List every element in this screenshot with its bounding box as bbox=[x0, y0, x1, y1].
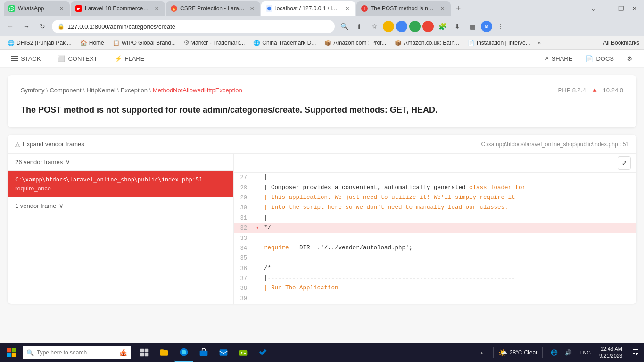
share-address-icon[interactable]: ⬆ bbox=[353, 20, 366, 33]
language-button[interactable]: ENG bbox=[578, 350, 593, 355]
flare-icon: ⚡ bbox=[115, 55, 122, 62]
address-icons: 🔍 ⬆ ☆ 🧩 ⬇ ▦ M ⋮ bbox=[338, 20, 507, 33]
clock-date: 9/21/2023 bbox=[599, 353, 622, 360]
expand-vendor-label: Expand vendor frames bbox=[23, 140, 84, 148]
refresh-button[interactable]: ↻ bbox=[36, 20, 49, 33]
code-line-34: 34 require __DIR__.'/../vendor/autoload.… bbox=[234, 243, 636, 253]
taskbar-file-explorer[interactable] bbox=[155, 343, 173, 362]
active-frame[interactable]: C:\xampp\htdocs\laravel_online_shop\publ… bbox=[8, 171, 233, 197]
taskbar-search-bar[interactable]: 🔍 🎪 bbox=[23, 346, 131, 359]
bookmark-marker[interactable]: ® Marker - Trademark... bbox=[182, 39, 248, 47]
php-version: PHP 8.2.4 bbox=[558, 87, 586, 94]
tab-csrf-title: CSRF Protection - Laravel 10... bbox=[180, 5, 245, 12]
new-tab-button[interactable]: + bbox=[452, 2, 465, 15]
tab-list-button[interactable]: ⌄ bbox=[588, 4, 599, 13]
expand-code-icon[interactable]: ⤢ bbox=[618, 156, 631, 170]
taskbar-photos[interactable] bbox=[234, 343, 253, 362]
expand-vendor-btn[interactable]: △ Expand vendor frames bbox=[15, 140, 84, 148]
code-line-39: 39 bbox=[234, 294, 636, 304]
stack-file-path: C:\xampp\htdocs\laravel_online_shop\publ… bbox=[481, 141, 629, 148]
extension-icon-3[interactable] bbox=[409, 21, 421, 32]
clock-widget[interactable]: 12:43 AM 9/21/2023 bbox=[595, 346, 626, 360]
menu-button[interactable]: ⋮ bbox=[494, 20, 507, 33]
close-window-button[interactable]: ✕ bbox=[629, 4, 640, 13]
tab-csrf-close[interactable]: ✕ bbox=[248, 5, 256, 12]
extension-icon-1[interactable] bbox=[383, 21, 394, 32]
context-button[interactable]: ⬜ CONTEXT bbox=[54, 52, 101, 65]
tray-arrow-icon[interactable]: ▲ bbox=[475, 346, 488, 359]
tab-localhost-close[interactable]: ✕ bbox=[343, 5, 351, 12]
stack-button[interactable]: STACK bbox=[8, 52, 44, 65]
context-label: CONTEXT bbox=[68, 55, 97, 62]
profile-button[interactable]: M bbox=[481, 21, 492, 32]
download-icon[interactable]: ⬇ bbox=[451, 20, 464, 33]
bookmarks-more[interactable]: » bbox=[538, 40, 541, 46]
svg-rect-5 bbox=[140, 349, 144, 353]
tab-laravel-yt[interactable]: ▶ Laravel 10 Ecommerce Proje... ✕ bbox=[71, 1, 165, 16]
code-lines: 27 | 28 | Composer provides a convenient… bbox=[234, 173, 636, 304]
weather-widget[interactable]: 🌤️ 28°C Clear bbox=[498, 348, 538, 357]
active-frame-file: C:\xampp\htdocs\laravel_online_shop\publ… bbox=[15, 176, 226, 183]
settings-button[interactable]: ⚙ bbox=[623, 52, 636, 65]
taskbar-right: ▲ 🌤️ 28°C Clear 🌐 🔊 ENG 12:43 AM 9/21/20… bbox=[475, 346, 642, 360]
youtube-favicon: ▶ bbox=[75, 5, 82, 12]
bookmark-star-icon[interactable]: ☆ bbox=[368, 20, 381, 33]
taskbar-search-input[interactable] bbox=[37, 349, 116, 356]
taskbar-edge[interactable] bbox=[174, 343, 193, 362]
weather-temp: 28°C bbox=[510, 349, 522, 356]
share-icon: ↗ bbox=[544, 55, 549, 62]
csrf-favicon: 🔥 bbox=[171, 5, 177, 12]
weather-icon: 🌤️ bbox=[498, 348, 508, 357]
bookmark-install[interactable]: 📄 Installation | Interve... bbox=[465, 39, 533, 47]
minimize-button[interactable]: — bbox=[601, 4, 613, 13]
bookmark-wipo[interactable]: 📋 WIPO Global Brand... bbox=[110, 39, 179, 47]
svg-rect-7 bbox=[140, 353, 144, 357]
bookmarks-bar: 🌐 DHIS2 (Punjab Paki... 🏠 Home 📋 WIPO Gl… bbox=[0, 36, 644, 50]
flare-button[interactable]: ⚡ FLARE bbox=[111, 52, 149, 65]
search-icon[interactable]: 🔍 bbox=[338, 20, 351, 33]
bookmark-china[interactable]: 🌐 China Trademark D... bbox=[250, 39, 319, 47]
tab-csrf[interactable]: 🔥 CSRF Protection - Laravel 10... ✕ bbox=[166, 1, 260, 16]
share-button[interactable]: ↗ SHARE bbox=[540, 52, 577, 65]
url-bar[interactable]: 🔒 127.0.0.1:8000/admin/categories/create bbox=[52, 20, 335, 33]
extension-icon-2[interactable] bbox=[396, 21, 407, 32]
extension-icon-4[interactable] bbox=[422, 21, 434, 32]
tab-error[interactable]: ! The POST method is not su... ✕ bbox=[356, 1, 451, 16]
svg-point-0 bbox=[267, 7, 271, 10]
tab-whatsapp[interactable]: WhatsApp ✕ bbox=[4, 1, 70, 16]
decorative-icons: 🎪 bbox=[119, 349, 127, 356]
tab-localhost[interactable]: localhost / 127.0.0.1 / larave... ✕ bbox=[261, 1, 355, 16]
address-bar: ← → ↻ 🔒 127.0.0.1:8000/admin/categories/… bbox=[0, 17, 644, 36]
code-line-37: 37 |------------------------------------… bbox=[234, 273, 636, 283]
speaker-icon[interactable]: 🔊 bbox=[561, 346, 575, 359]
forward-button[interactable]: → bbox=[20, 20, 33, 33]
extensions-puzzle-icon[interactable]: 🧩 bbox=[436, 20, 449, 33]
start-button[interactable] bbox=[2, 343, 21, 362]
taskbar-task-view[interactable] bbox=[135, 343, 154, 362]
tab-laravel-yt-title: Laravel 10 Ecommerce Proje... bbox=[85, 5, 150, 12]
bookmark-home[interactable]: 🏠 Home bbox=[77, 39, 107, 47]
vendor-chevron-2: ∨ bbox=[59, 202, 64, 209]
code-line-32: 32 ✦ */ bbox=[234, 223, 636, 233]
taskbar-mail[interactable] bbox=[214, 343, 233, 362]
vendor-frames-toggle-2[interactable]: 1 vendor frame ∨ bbox=[15, 202, 226, 209]
all-bookmarks[interactable]: All Bookmarks bbox=[603, 40, 639, 46]
taskbar-vscode[interactable] bbox=[254, 343, 272, 362]
tab-whatsapp-close[interactable]: ✕ bbox=[58, 5, 65, 12]
share-label: SHARE bbox=[552, 55, 573, 62]
maximize-button[interactable]: ❐ bbox=[615, 4, 627, 13]
bookmark-dhis2[interactable]: 🌐 DHIS2 (Punjab Paki... bbox=[5, 39, 74, 47]
docs-button[interactable]: 📄 DOCS bbox=[582, 52, 618, 65]
network-icon[interactable]: 🌐 bbox=[547, 346, 561, 359]
tab-error-close[interactable]: ✕ bbox=[438, 5, 446, 12]
sidebar-toggle-icon[interactable]: ▦ bbox=[466, 20, 479, 33]
system-tray: ▲ bbox=[475, 346, 488, 359]
bookmark-amazon[interactable]: 📦 Amazon.com : Prof... bbox=[322, 39, 389, 47]
back-button[interactable]: ← bbox=[4, 20, 17, 33]
notification-button[interactable]: 🗨 bbox=[629, 346, 642, 359]
gear-icon: ⚙ bbox=[627, 55, 633, 62]
tab-laravel-yt-close[interactable]: ✕ bbox=[153, 5, 160, 12]
vendor-frames-toggle-1[interactable]: 26 vendor frames ∨ bbox=[15, 158, 226, 165]
taskbar-store[interactable] bbox=[194, 343, 213, 362]
bookmark-amazon-uk[interactable]: 📦 Amazon.co.uk: Bath... bbox=[392, 39, 462, 47]
